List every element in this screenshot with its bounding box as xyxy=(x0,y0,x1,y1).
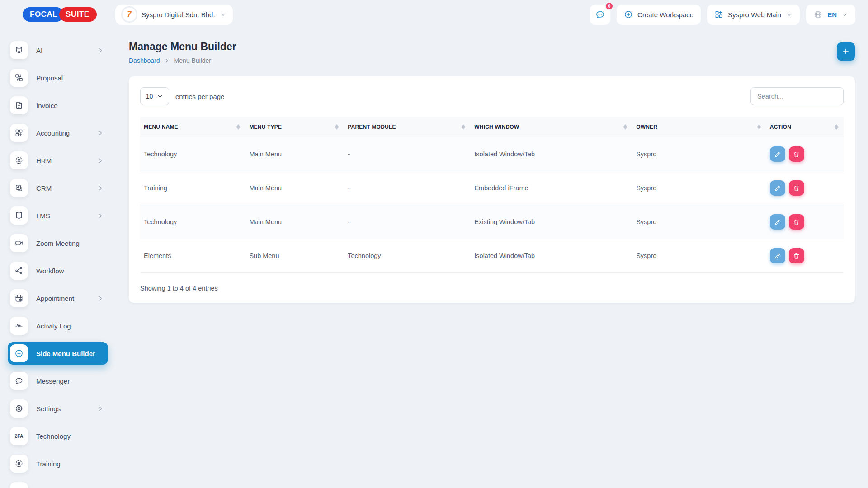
topbar-actions: 0 Create Workspace Syspro Web Main xyxy=(590,5,855,25)
entries-summary: Showing 1 to 4 of 4 entries xyxy=(140,285,844,292)
delete-button[interactable] xyxy=(789,214,804,230)
sidebar-item-side-menu-builder[interactable]: Side Menu Builder xyxy=(8,342,108,365)
sidebar-item-appointment[interactable]: Appointment xyxy=(8,287,108,310)
column-header-menu-type[interactable]: MENU TYPE xyxy=(245,117,344,137)
sort-icon xyxy=(835,124,838,130)
add-menu-button[interactable] xyxy=(837,42,855,61)
sort-icon xyxy=(462,124,465,130)
column-header-owner[interactable]: OWNER xyxy=(632,117,766,137)
sidebar-item-messenger[interactable]: Messenger xyxy=(8,370,108,392)
sort-icon xyxy=(335,124,339,130)
create-workspace-button[interactable]: Create Workspace xyxy=(617,5,701,25)
cell-which-window: Embedded iFrame xyxy=(471,171,632,205)
message-count-badge: 0 xyxy=(605,2,613,10)
entries-per-page-label: entries per page xyxy=(175,93,224,100)
sidebar-item-lms[interactable]: LMS xyxy=(8,204,108,227)
cell-parent-module: - xyxy=(344,171,471,205)
sidebar-item-activity-log[interactable]: Activity Log xyxy=(8,314,108,337)
sidebar-item-settings[interactable]: Settings xyxy=(8,397,108,420)
proposal-icon xyxy=(10,69,28,87)
trash-icon xyxy=(793,253,800,259)
breadcrumb: Dashboard Menu Builder xyxy=(129,57,236,64)
sidebar-item-label: Proposal xyxy=(36,74,63,82)
action-buttons xyxy=(770,248,840,263)
sidebar-item-workflow[interactable]: Workflow xyxy=(8,259,108,282)
search-input[interactable] xyxy=(750,87,844,105)
table-row: Technology Main Menu - Existing Window/T… xyxy=(140,205,844,239)
sidebar-item-zoom-meeting[interactable]: Zoom Meeting xyxy=(8,232,108,254)
delete-button[interactable] xyxy=(789,248,804,263)
brand-area: FOCAL SUITE xyxy=(0,7,115,22)
cell-which-window: Isolated Window/Tab xyxy=(471,137,632,171)
sidebar-item-training[interactable]: Training xyxy=(8,452,108,475)
sidebar-item-label: Technology xyxy=(36,432,71,440)
page-title: Manage Menu Builder xyxy=(129,41,236,53)
invoice-icon xyxy=(10,96,28,114)
plus-circle-icon xyxy=(10,344,28,362)
workspace-switcher[interactable]: Syspro Web Main xyxy=(707,5,800,25)
menu-builder-card: 10 entries per page MENU NAME MENU TYPE xyxy=(129,76,855,303)
edit-button[interactable] xyxy=(770,248,785,263)
breadcrumb-dashboard-link[interactable]: Dashboard xyxy=(129,57,160,64)
sidebar-item-crm[interactable]: CRM xyxy=(8,177,108,199)
sort-icon xyxy=(757,124,761,130)
workspace-selector[interactable]: 7 Syspro Digital Sdn. Bhd. xyxy=(115,5,233,25)
table-controls: 10 entries per page xyxy=(140,87,844,105)
messages-button[interactable]: 0 xyxy=(590,5,610,25)
logo-suite: SUITE xyxy=(59,7,97,22)
table-row: Technology Main Menu - Isolated Window/T… xyxy=(140,137,844,171)
delete-button[interactable] xyxy=(789,146,804,162)
page-header: Manage Menu Builder Dashboard Menu Build… xyxy=(129,41,855,64)
trash-icon xyxy=(793,185,800,192)
topbar: FOCAL SUITE 7 Syspro Digital Sdn. Bhd. 0 xyxy=(0,0,868,29)
sidebar-item-label: AI xyxy=(36,47,42,54)
activity-icon xyxy=(10,317,28,335)
edit-button[interactable] xyxy=(770,180,785,196)
ai-icon xyxy=(10,41,28,59)
edit-button[interactable] xyxy=(770,214,785,230)
sidebar-item-proposal[interactable]: Proposal xyxy=(8,66,108,89)
training-icon xyxy=(10,455,28,473)
sidebar-item-label: Appointment xyxy=(36,295,74,302)
language-selector[interactable]: EN xyxy=(806,5,855,25)
sidebar-item-ai[interactable]: AI xyxy=(8,39,108,61)
sidebar-item-hrm[interactable]: HRM xyxy=(8,149,108,172)
cell-owner: Syspro xyxy=(632,137,766,171)
app-logo[interactable]: FOCAL SUITE xyxy=(23,7,97,22)
sidebar-item-invoice[interactable]: Invoice xyxy=(8,94,108,117)
column-header-which-window[interactable]: WHICH WINDOW xyxy=(471,117,632,137)
entries-per-page-select[interactable]: 10 xyxy=(140,87,169,105)
chevron-right-icon xyxy=(97,405,106,412)
workspace-switcher-label: Syspro Web Main xyxy=(728,11,781,19)
menu-builder-table: MENU NAME MENU TYPE PARENT MODULE WHICH … xyxy=(140,117,844,273)
crm-icon xyxy=(10,179,28,197)
workflow-icon xyxy=(10,262,28,280)
column-header-action[interactable]: ACTION xyxy=(766,117,844,137)
cell-parent-module: Technology xyxy=(344,239,471,273)
language-code: EN xyxy=(827,11,837,19)
sidebar-item-label: LMS xyxy=(36,212,50,220)
breadcrumb-current: Menu Builder xyxy=(174,57,212,64)
logo-focal: FOCAL xyxy=(23,7,64,22)
sort-icon xyxy=(623,124,627,130)
pencil-icon xyxy=(774,253,781,259)
cell-menu-type: Main Menu xyxy=(245,171,344,205)
sidebar-item-technology-module[interactable]: Technology xyxy=(8,480,108,488)
cell-owner: Syspro xyxy=(632,171,766,205)
cell-parent-module: - xyxy=(344,137,471,171)
chevron-right-icon xyxy=(97,185,106,192)
gear-icon xyxy=(10,399,28,418)
column-header-parent-module[interactable]: PARENT MODULE xyxy=(344,117,471,137)
sidebar-item-accounting[interactable]: Accounting xyxy=(8,122,108,144)
trash-icon xyxy=(793,219,800,225)
cell-menu-type: Main Menu xyxy=(245,205,344,239)
sidebar-item-technology-2fa[interactable]: 2FA Technology xyxy=(8,425,108,447)
globe-icon xyxy=(813,10,823,19)
delete-button[interactable] xyxy=(789,180,804,196)
edit-button[interactable] xyxy=(770,146,785,162)
workspace-name: Syspro Digital Sdn. Bhd. xyxy=(142,11,215,19)
sidebar-item-label: HRM xyxy=(36,157,52,164)
column-header-menu-name[interactable]: MENU NAME xyxy=(140,117,245,137)
create-workspace-label: Create Workspace xyxy=(637,11,693,19)
sidebar-item-label: Side Menu Builder xyxy=(36,350,95,357)
